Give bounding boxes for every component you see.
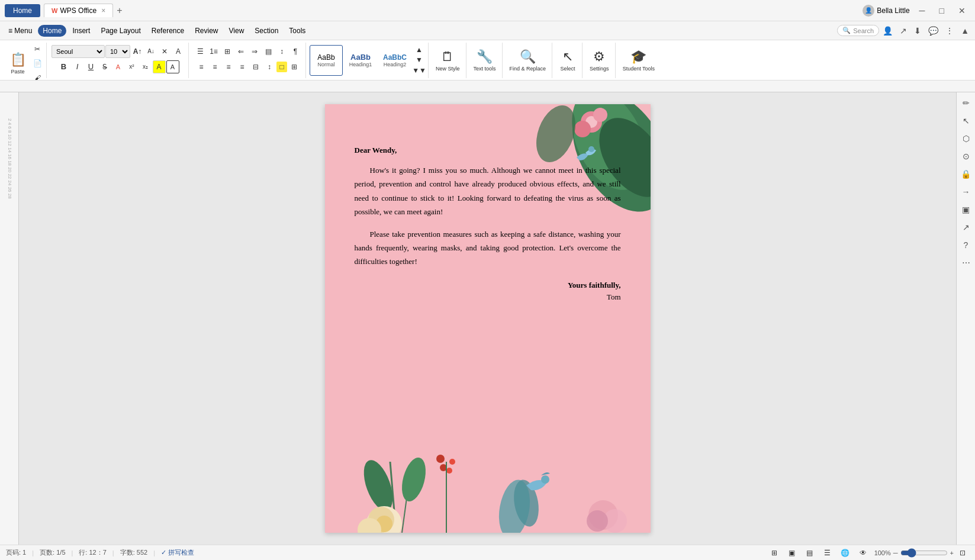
font-name-select[interactable]: Seoul — [52, 45, 105, 58]
columns-button[interactable]: ⊟ — [249, 60, 262, 73]
maximize-button[interactable]: □ — [935, 4, 949, 18]
student-tools-button[interactable]: 🎓 Student Tools — [619, 47, 658, 74]
settings-button[interactable]: ⚙ Settings — [586, 47, 613, 74]
font-grow-button[interactable]: A↑ — [131, 45, 144, 58]
view-normal-button[interactable]: ⊞ — [768, 546, 781, 559]
share-button[interactable]: ↗ — [897, 25, 909, 37]
sort-button[interactable]: ↕ — [275, 45, 288, 58]
show-para-button[interactable]: ¶ — [289, 45, 302, 58]
right-shapes-button[interactable]: ⬡ — [959, 131, 973, 146]
user-icon-button[interactable]: 👤 — [880, 25, 895, 37]
copy-button[interactable]: 📄 — [31, 57, 44, 70]
view-web-button[interactable]: 🌐 — [839, 546, 852, 559]
title-bar: Home W WPS Office × + 👤 Bella Little ─ □… — [0, 0, 975, 21]
download-button[interactable]: ⬇ — [912, 25, 923, 37]
right-pen-button[interactable]: ✏ — [959, 96, 973, 110]
select-button[interactable]: ↖ Select — [556, 47, 580, 74]
highlight-button[interactable]: A — [153, 60, 166, 73]
style-normal[interactable]: AaBb Normal — [310, 45, 343, 76]
more-button[interactable]: ⋮ — [943, 25, 956, 37]
zoom-slider[interactable] — [900, 548, 948, 558]
numbering-button[interactable]: 1≡ — [207, 45, 220, 58]
align-center-button[interactable]: ≡ — [208, 60, 221, 73]
menu-item-home[interactable]: Home — [38, 25, 66, 37]
search-bar[interactable]: 🔍 Search — [837, 25, 879, 36]
bold-button[interactable]: B — [57, 60, 70, 73]
increase-indent-button[interactable]: ⇒ — [248, 45, 261, 58]
align-justify-button[interactable]: ≡ — [236, 60, 249, 73]
document-area[interactable]: Dear Wendy, How's it going? I miss you s… — [19, 92, 956, 545]
right-select-button[interactable]: ↖ — [959, 114, 973, 128]
view-page-button[interactable]: ▣ — [786, 546, 799, 559]
menu-item-page-layout[interactable]: Page Layout — [96, 25, 145, 37]
view-read-button[interactable]: ▤ — [803, 546, 816, 559]
italic-button[interactable]: I — [71, 60, 84, 73]
strikethrough-button[interactable]: S̶ — [98, 60, 111, 73]
right-more-button[interactable]: ⋯ — [959, 256, 973, 270]
menu-item-tools[interactable]: Tools — [284, 25, 310, 37]
tab-wps[interactable]: W WPS Office × — [44, 4, 113, 17]
subscript-button[interactable]: x₂ — [139, 60, 152, 73]
fit-width-button[interactable]: ⊡ — [956, 546, 969, 559]
para-layout-button[interactable]: ▤ — [262, 45, 275, 58]
bullets-button[interactable]: ☰ — [194, 45, 207, 58]
floral-bottom-decoration — [325, 426, 651, 533]
paste-button[interactable]: 📋 Paste — [6, 43, 30, 81]
new-style-button[interactable]: 🗒 New Style — [432, 47, 464, 74]
tab-close-icon[interactable]: × — [101, 7, 105, 15]
more-styles-up[interactable]: ▲ — [413, 45, 426, 55]
close-button[interactable]: ✕ — [954, 4, 970, 18]
right-settings-button[interactable]: ⊙ — [959, 149, 973, 163]
letter-para2[interactable]: Please take prevention measures such as … — [355, 227, 621, 269]
align-row: ≡ ≡ ≡ ≡ ⊟ ↕ □ ⊞ — [195, 60, 301, 73]
align-right-button[interactable]: ≡ — [222, 60, 235, 73]
add-tab-button[interactable]: + — [117, 5, 122, 16]
line-spacing-button[interactable]: ↕ — [263, 60, 276, 73]
menu-item-section[interactable]: Section — [250, 25, 283, 37]
home-button[interactable]: Home — [5, 4, 40, 17]
menu-item-view[interactable]: View — [224, 25, 249, 37]
clear-format-button[interactable]: ✕ — [158, 45, 171, 58]
style-heading1[interactable]: AaBb Heading1 — [344, 45, 377, 76]
font-size-select[interactable]: 10 — [105, 45, 130, 58]
menu-hamburger[interactable]: ≡ Menu — [4, 25, 37, 37]
view-focus-button[interactable]: 👁 — [857, 546, 870, 559]
collapse-button[interactable]: ▲ — [958, 25, 971, 37]
select-label: Select — [561, 66, 575, 72]
menu-item-insert[interactable]: Insert — [67, 25, 95, 37]
multilevel-button[interactable]: ⊞ — [221, 45, 234, 58]
find-replace-button[interactable]: 🔍 Find & Replace — [506, 47, 550, 74]
font-color-button[interactable]: A — [112, 60, 125, 73]
text-tools-button[interactable]: 🔧 Text tools — [470, 47, 500, 74]
font-shrink-button[interactable]: A↓ — [144, 45, 157, 58]
right-lock-button[interactable]: 🔒 — [959, 167, 973, 181]
view-outline-button[interactable]: ☰ — [821, 546, 834, 559]
letter-para1[interactable]: How's it going? I miss you so much. Alth… — [355, 163, 621, 219]
style-heading2[interactable]: AaBbC Heading2 — [378, 45, 411, 76]
more-styles-down[interactable]: ▼ — [413, 55, 426, 65]
right-table-button[interactable]: ▣ — [959, 202, 973, 217]
superscript-button[interactable]: x² — [126, 60, 139, 73]
spell-check[interactable]: ✓ 拼写检查 — [161, 548, 194, 557]
style-h1-preview: AaBb — [350, 53, 371, 62]
shading-button[interactable]: □ — [276, 62, 287, 72]
right-help-button[interactable]: ? — [959, 238, 973, 252]
svg-point-17 — [436, 455, 445, 463]
border-button[interactable]: ⊞ — [288, 60, 301, 73]
menu-item-review[interactable]: Review — [190, 25, 223, 37]
format-painter-button[interactable]: 🖌 — [31, 71, 44, 81]
comment-button[interactable]: 💬 — [926, 25, 941, 37]
cut-button[interactable]: ✂ — [31, 43, 44, 56]
user-area[interactable]: 👤 Bella Little — [863, 5, 909, 17]
minimize-button[interactable]: ─ — [915, 4, 930, 18]
char-border-button[interactable]: A — [166, 60, 179, 73]
decrease-indent-button[interactable]: ⇐ — [234, 45, 247, 58]
char-shading-button[interactable]: A — [172, 45, 185, 58]
align-left-button[interactable]: ≡ — [195, 60, 208, 73]
right-share-button[interactable]: ↗ — [959, 220, 973, 234]
underline-button[interactable]: U — [85, 60, 98, 73]
right-expand-button[interactable]: → — [959, 185, 973, 199]
total-pages: 页数: 1/5 — [40, 548, 65, 557]
menu-item-reference[interactable]: Reference — [147, 25, 189, 37]
more-styles-expand[interactable]: ▼▼ — [413, 65, 426, 75]
